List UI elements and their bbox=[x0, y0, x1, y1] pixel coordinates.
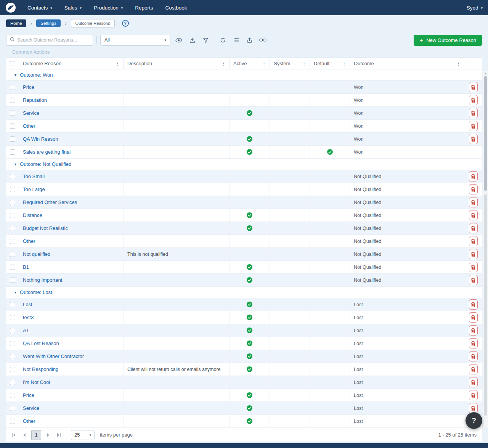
row-name-link[interactable]: QA Win Reason bbox=[23, 136, 58, 142]
delete-button[interactable] bbox=[469, 249, 478, 259]
current-page-button[interactable]: 1 bbox=[31, 430, 41, 440]
list-icon[interactable] bbox=[231, 35, 241, 45]
column-menu-icon[interactable]: ⋮ bbox=[301, 61, 307, 66]
row-name-link[interactable]: test3 bbox=[23, 315, 34, 320]
help-fab-button[interactable]: ? bbox=[466, 412, 482, 429]
row-name-link[interactable]: Required Other Services bbox=[23, 199, 77, 205]
row-checkbox[interactable] bbox=[10, 302, 15, 307]
group-header-row[interactable]: ▾ Outcome: Lost bbox=[6, 287, 482, 298]
row-name-link[interactable]: Not Responding bbox=[23, 366, 58, 372]
row-name-link[interactable]: I'm Not Cool bbox=[23, 379, 50, 385]
select-all-checkbox[interactable] bbox=[10, 61, 15, 66]
delete-button[interactable] bbox=[469, 134, 478, 144]
row-name-link[interactable]: Too Large bbox=[23, 186, 45, 192]
row-checkbox[interactable] bbox=[10, 111, 15, 116]
row-name-link[interactable]: Nothing Important bbox=[23, 277, 62, 283]
row-name-link[interactable]: B1 bbox=[23, 264, 29, 270]
delete-button[interactable] bbox=[469, 223, 478, 233]
row-name-link[interactable]: QA Lost Reason bbox=[23, 340, 59, 346]
last-page-button[interactable] bbox=[54, 430, 63, 440]
column-header-outcome[interactable]: Outcome bbox=[354, 61, 374, 66]
collapse-triangle-icon[interactable]: ▾ bbox=[14, 73, 16, 77]
delete-button[interactable] bbox=[469, 275, 478, 285]
column-menu-icon[interactable]: ⋮ bbox=[455, 61, 462, 66]
row-checkbox[interactable] bbox=[10, 252, 15, 257]
delete-button[interactable] bbox=[469, 171, 478, 181]
row-checkbox[interactable] bbox=[10, 85, 15, 90]
row-name-link[interactable]: Too Small bbox=[23, 173, 45, 179]
row-checkbox[interactable] bbox=[10, 419, 15, 424]
delete-button[interactable] bbox=[469, 236, 478, 246]
nav-item-reports[interactable]: Reports bbox=[135, 5, 153, 11]
delete-button[interactable] bbox=[469, 403, 478, 413]
row-name-link[interactable]: Service bbox=[23, 405, 39, 411]
delete-button[interactable] bbox=[469, 82, 478, 92]
column-menu-icon[interactable]: ⋮ bbox=[261, 61, 267, 66]
filter-icon[interactable] bbox=[201, 35, 210, 45]
nav-item-costbook[interactable]: Costbook bbox=[165, 5, 187, 11]
breadcrumb-settings[interactable]: Settings bbox=[36, 19, 61, 27]
link-icon[interactable] bbox=[258, 35, 268, 45]
row-checkbox[interactable] bbox=[10, 174, 15, 179]
row-name-link[interactable]: Price bbox=[23, 84, 34, 90]
row-checkbox[interactable] bbox=[10, 124, 15, 129]
nav-item-contacts[interactable]: Contacts▾ bbox=[27, 5, 52, 11]
row-name-link[interactable]: Lost bbox=[23, 302, 32, 307]
row-name-link[interactable]: Price bbox=[23, 392, 34, 398]
row-checkbox[interactable] bbox=[10, 406, 15, 411]
column-header-outcome-reason[interactable]: Outcome Reason bbox=[23, 61, 61, 66]
row-name-link[interactable]: Sales are getting final bbox=[23, 149, 71, 155]
first-page-button[interactable] bbox=[9, 430, 18, 440]
row-checkbox[interactable] bbox=[10, 187, 15, 192]
search-input[interactable] bbox=[17, 37, 90, 43]
breadcrumb-home[interactable]: Home bbox=[6, 19, 26, 27]
collapse-triangle-icon[interactable]: ▾ bbox=[14, 290, 16, 294]
delete-button[interactable] bbox=[469, 364, 478, 374]
delete-button[interactable] bbox=[469, 262, 478, 272]
next-page-button[interactable] bbox=[43, 430, 53, 440]
row-checkbox[interactable] bbox=[10, 136, 15, 142]
column-header-active[interactable]: Active bbox=[233, 61, 247, 66]
user-menu[interactable]: Syed▾ bbox=[467, 5, 483, 11]
delete-button[interactable] bbox=[469, 299, 478, 310]
row-name-link[interactable]: Other bbox=[23, 123, 35, 129]
row-checkbox[interactable] bbox=[10, 315, 15, 320]
row-name-link[interactable]: Reputation bbox=[23, 97, 47, 103]
column-header-description[interactable]: Description bbox=[127, 61, 152, 66]
group-header-row[interactable]: ▾ Outcome: Not Qualified bbox=[6, 159, 482, 170]
row-checkbox[interactable] bbox=[10, 265, 15, 270]
collapse-triangle-icon[interactable]: ▾ bbox=[14, 162, 16, 166]
row-checkbox[interactable] bbox=[10, 213, 15, 218]
row-name-link[interactable]: Distance bbox=[23, 212, 42, 218]
refresh-icon[interactable] bbox=[218, 35, 228, 45]
row-checkbox[interactable] bbox=[10, 98, 15, 103]
scrollbar-thumb[interactable] bbox=[484, 76, 487, 191]
column-menu-icon[interactable]: ⋮ bbox=[341, 61, 347, 66]
column-menu-icon[interactable]: ⋮ bbox=[114, 61, 121, 66]
nav-item-production[interactable]: Production▾ bbox=[94, 5, 123, 11]
delete-button[interactable] bbox=[469, 121, 478, 131]
scrollbar-thumb[interactable] bbox=[484, 194, 487, 416]
export-icon[interactable] bbox=[244, 35, 254, 45]
delete-button[interactable] bbox=[469, 377, 478, 387]
row-checkbox[interactable] bbox=[10, 278, 15, 283]
row-checkbox[interactable] bbox=[10, 367, 15, 372]
row-checkbox[interactable] bbox=[10, 380, 15, 385]
prev-page-button[interactable] bbox=[20, 430, 29, 440]
row-checkbox[interactable] bbox=[10, 341, 15, 346]
row-name-link[interactable]: Budget Not Realistic bbox=[23, 225, 68, 231]
row-checkbox[interactable] bbox=[10, 200, 15, 205]
row-name-link[interactable]: Went With Other Contractor bbox=[23, 353, 84, 359]
group-header-row[interactable]: ▾ Outcome: Won bbox=[6, 69, 482, 81]
row-checkbox[interactable] bbox=[10, 226, 15, 231]
help-icon[interactable]: ? bbox=[122, 20, 129, 27]
eye-icon[interactable] bbox=[174, 35, 184, 45]
row-checkbox[interactable] bbox=[10, 149, 15, 155]
column-header-default[interactable]: Default bbox=[314, 61, 329, 66]
scroll-up-arrow-icon[interactable]: ▲ bbox=[483, 72, 488, 75]
filter-select[interactable]: All ▾ bbox=[100, 35, 170, 46]
row-name-link[interactable]: Other bbox=[23, 418, 35, 424]
row-checkbox[interactable] bbox=[10, 354, 15, 359]
delete-button[interactable] bbox=[469, 184, 478, 194]
nav-item-sales[interactable]: Sales▾ bbox=[64, 5, 82, 11]
